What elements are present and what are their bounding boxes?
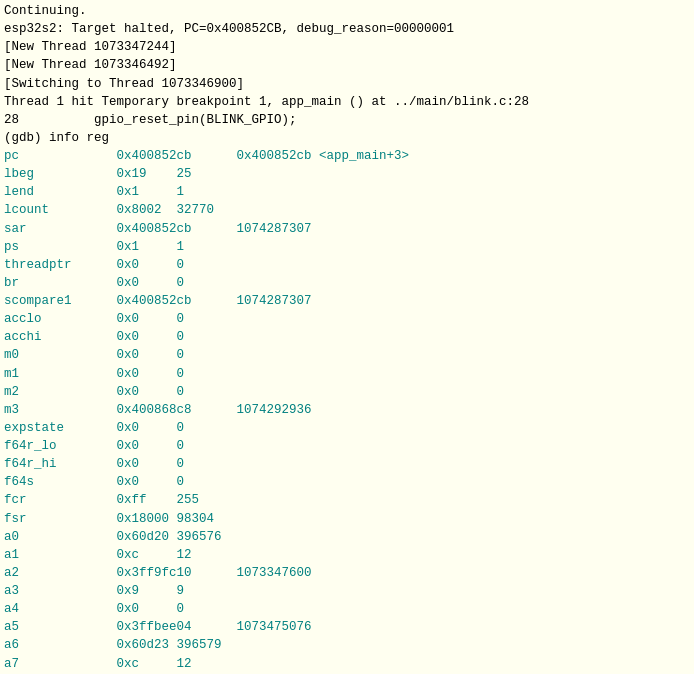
line-m0: m0 0x0 0 [4, 346, 690, 364]
line-m3: m3 0x400868c8 1074292936 [4, 401, 690, 419]
line-acclo-text: acclo 0x0 0 [4, 312, 184, 326]
line-switching: [Switching to Thread 1073346900] [4, 75, 690, 93]
line-a1-text: a1 0xc 12 [4, 548, 192, 562]
line-m0-text: m0 0x0 0 [4, 348, 184, 362]
line-ps-text: ps 0x1 1 [4, 240, 184, 254]
line-fcr-text: fcr 0xff 255 [4, 493, 199, 507]
line-fsr: fsr 0x18000 98304 [4, 510, 690, 528]
line-m3-text: m3 0x400868c8 1074292936 [4, 403, 312, 417]
line-f64s-text: f64s 0x0 0 [4, 475, 184, 489]
line-f64r_lo: f64r_lo 0x0 0 [4, 437, 690, 455]
line-thread1: [New Thread 1073347244] [4, 38, 690, 56]
line-f64r_hi-text: f64r_hi 0x0 0 [4, 457, 184, 471]
line-a6-text: a6 0x60d23 396579 [4, 638, 222, 652]
line-acchi-text: acchi 0x0 0 [4, 330, 184, 344]
line-f64r_lo-text: f64r_lo 0x0 0 [4, 439, 184, 453]
line-expstate: expstate 0x0 0 [4, 419, 690, 437]
line-continuing: Continuing. [4, 2, 690, 20]
line-threadptr: threadptr 0x0 0 [4, 256, 690, 274]
line-acchi: acchi 0x0 0 [4, 328, 690, 346]
line-a3-text: a3 0x9 9 [4, 584, 184, 598]
line-thread2: [New Thread 1073346492] [4, 56, 690, 74]
line-gdb-info: (gdb) info reg [4, 129, 690, 147]
line-a7: a7 0xc 12 [4, 655, 690, 673]
line-a5: a5 0x3ffbee04 1073475076 [4, 618, 690, 636]
line-a3: a3 0x9 9 [4, 582, 690, 600]
line-m1: m1 0x0 0 [4, 365, 690, 383]
line-expstate-text: expstate 0x0 0 [4, 421, 184, 435]
line-f64r_hi: f64r_hi 0x0 0 [4, 455, 690, 473]
line-lcount-text: lcount 0x8002 32770 [4, 203, 214, 217]
line-a2-text: a2 0x3ff9fc10 1073347600 [4, 566, 312, 580]
line-a5-text: a5 0x3ffbee04 1073475076 [4, 620, 312, 634]
line-m1-text: m1 0x0 0 [4, 367, 184, 381]
line-sar: sar 0x400852cb 1074287307 [4, 220, 690, 238]
line-m2: m2 0x0 0 [4, 383, 690, 401]
line-a1: a1 0xc 12 [4, 546, 690, 564]
line-a0: a0 0x60d20 396576 [4, 528, 690, 546]
line-fsr-text: fsr 0x18000 98304 [4, 512, 214, 526]
line-a6: a6 0x60d23 396579 [4, 636, 690, 654]
line-a4: a4 0x0 0 [4, 600, 690, 618]
line-fcr: fcr 0xff 255 [4, 491, 690, 509]
line-thread-hit: Thread 1 hit Temporary breakpoint 1, app… [4, 93, 690, 111]
line-scompare1-text: scompare1 0x400852cb 1074287307 [4, 294, 312, 308]
line-a7-text: a7 0xc 12 [4, 657, 192, 671]
line-a4-text: a4 0x0 0 [4, 602, 184, 616]
line-br-text: br 0x0 0 [4, 276, 184, 290]
line-scompare1: scompare1 0x400852cb 1074287307 [4, 292, 690, 310]
line-f64s: f64s 0x0 0 [4, 473, 690, 491]
line-esp32: esp32s2: Target halted, PC=0x400852CB, d… [4, 20, 690, 38]
line-pc-text: pc 0x400852cb 0x400852cb <app_main+3> [4, 149, 409, 163]
line-pc: pc 0x400852cb 0x400852cb <app_main+3> [4, 147, 690, 165]
line-ps: ps 0x1 1 [4, 238, 690, 256]
line-a0-text: a0 0x60d20 396576 [4, 530, 222, 544]
line-lbeg: lbeg 0x19 25 [4, 165, 690, 183]
line-a2: a2 0x3ff9fc10 1073347600 [4, 564, 690, 582]
line-28: 28 gpio_reset_pin(BLINK_GPIO); [4, 111, 690, 129]
line-m2-text: m2 0x0 0 [4, 385, 184, 399]
line-lend-text: lend 0x1 1 [4, 185, 184, 199]
terminal-output: Continuing.esp32s2: Target halted, PC=0x… [0, 0, 694, 674]
line-sar-text: sar 0x400852cb 1074287307 [4, 222, 312, 236]
line-br: br 0x0 0 [4, 274, 690, 292]
line-lend: lend 0x1 1 [4, 183, 690, 201]
line-threadptr-text: threadptr 0x0 0 [4, 258, 184, 272]
line-acclo: acclo 0x0 0 [4, 310, 690, 328]
line-lbeg-text: lbeg 0x19 25 [4, 167, 192, 181]
line-lcount: lcount 0x8002 32770 [4, 201, 690, 219]
